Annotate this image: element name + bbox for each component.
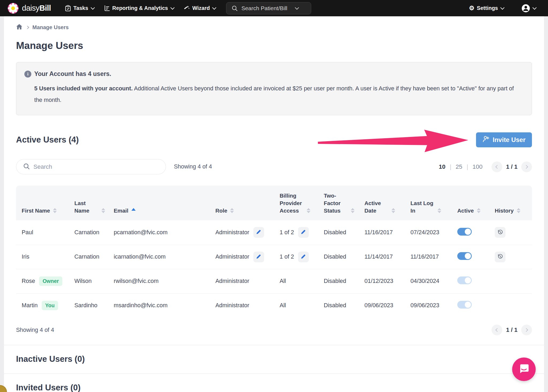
edit-role-button[interactable] (253, 227, 264, 238)
cell-history (495, 220, 532, 245)
person-plus-icon (482, 136, 490, 144)
breadcrumb: Manage Users (16, 16, 532, 31)
edit-billing-access-button[interactable] (298, 252, 309, 262)
column-header-billing-provider-access[interactable]: Billing Provider Access (280, 186, 324, 220)
top-navbar: daisyBill Tasks Reporting & Analytics (0, 0, 548, 16)
column-label: Active Date (364, 199, 389, 214)
page-size-25[interactable]: 25 (456, 163, 462, 170)
nav-item-tasks[interactable]: Tasks (65, 5, 93, 11)
column-header-role[interactable]: Role (215, 186, 280, 220)
invite-user-label: Invite User (493, 136, 526, 144)
history-button[interactable] (495, 252, 505, 262)
notice-body: 5 Users included with your account. Addi… (34, 83, 523, 106)
active-toggle[interactable] (457, 228, 472, 236)
pagination: 1 / 1 (492, 162, 532, 172)
pencil-icon (256, 229, 261, 236)
info-icon: i (24, 71, 31, 78)
column-label: Last Log In (410, 199, 435, 214)
cell-role: Administrator (215, 293, 280, 318)
chat-smile-icon (518, 363, 530, 376)
home-icon[interactable] (16, 24, 22, 31)
cell-active-date: 09/06/2023 (364, 293, 410, 318)
user-avatar-icon (522, 4, 530, 13)
cell-email: icarnation@fvic.com (114, 245, 215, 269)
table-row: IrisCarnationicarnation@fvic.comAdminist… (16, 245, 532, 269)
sort-icon (307, 208, 310, 214)
chart-icon (104, 5, 110, 11)
cell-history (495, 293, 532, 318)
cell-first-name: Paul (16, 220, 74, 245)
active-toggle[interactable] (457, 301, 472, 309)
page-size-selector: 10 | 25 | 100 (439, 163, 482, 170)
pencil-icon (300, 254, 306, 260)
cell-history (495, 245, 532, 269)
chat-widget-button[interactable] (512, 358, 536, 381)
cell-active (457, 269, 495, 293)
column-header-last-name[interactable]: Last Name (74, 186, 114, 220)
cell-two-factor-status: Disabled (324, 220, 364, 245)
cell-last-login: 04/30/2024 (410, 269, 457, 293)
patient-bill-search[interactable]: Search Patient/Bill (226, 2, 311, 14)
column-header-email[interactable]: Email (114, 186, 215, 220)
active-users-title: Active Users (4) (16, 135, 79, 145)
showing-count: Showing 4 of 4 (174, 163, 212, 170)
invite-user-button[interactable]: Invite User (476, 132, 532, 147)
search-placeholder-text: Search Patient/Bill (241, 5, 287, 11)
main-content: Manage Users Manage Users i Your Account… (4, 16, 544, 392)
cell-last-login: 11/16/2017 (410, 245, 457, 269)
cell-last-name: Carnation (74, 220, 114, 245)
invited-users-title: Invited Users (0) (16, 383, 532, 392)
sort-icon (391, 208, 395, 214)
sort-icon (53, 208, 57, 214)
users-search-input[interactable] (33, 163, 159, 170)
inactive-users-section[interactable]: Inactive Users (0) (16, 345, 532, 374)
active-users-table: First NameLast NameEmailRoleBilling Prov… (16, 186, 532, 318)
cell-two-factor-status: Disabled (324, 245, 364, 269)
column-header-active-date[interactable]: Active Date (364, 186, 410, 220)
cell-last-name: Wilson (74, 269, 114, 293)
column-header-active[interactable]: Active (457, 186, 495, 220)
account-menu[interactable] (522, 4, 535, 13)
sort-icon (477, 208, 481, 214)
column-header-first-name[interactable]: First Name (16, 186, 74, 220)
cell-email: pcarnation@fvic.com (114, 220, 215, 245)
column-header-two-factor-status[interactable]: Two-Factor Status (324, 186, 364, 220)
edit-role-button[interactable] (253, 252, 264, 262)
edit-billing-access-button[interactable] (298, 227, 309, 238)
column-header-last-log-in[interactable]: Last Log In (410, 186, 457, 220)
search-icon (232, 5, 238, 11)
nav-item-reporting-analytics[interactable]: Reporting & Analytics (104, 5, 173, 11)
brand-logo[interactable]: daisyBill (7, 3, 51, 14)
pencil-icon (256, 254, 261, 260)
cell-role: Administrator (215, 220, 280, 245)
page-size-10[interactable]: 10 (439, 163, 446, 170)
prev-page-button[interactable] (492, 162, 502, 172)
cell-history (495, 269, 532, 293)
next-page-button[interactable] (521, 325, 532, 335)
chevron-down-icon (212, 6, 216, 10)
nav-item-settings[interactable]: ⚙ Settings (469, 5, 503, 11)
sort-icon (437, 208, 441, 214)
sort-icon (230, 208, 234, 214)
prev-page-button[interactable] (492, 325, 502, 335)
cell-last-login: 07/24/2023 (410, 220, 457, 245)
cell-email: msardinho@fvic.com (114, 293, 215, 318)
history-clock-icon (497, 253, 503, 260)
cell-active-date: 01/12/2023 (364, 269, 410, 293)
column-header-history[interactable]: History (495, 186, 532, 220)
active-toggle[interactable] (457, 276, 472, 284)
breadcrumb-separator-icon (26, 26, 29, 29)
nav-item-wizard[interactable]: Wizard (184, 5, 215, 11)
table-header: First NameLast NameEmailRoleBilling Prov… (16, 186, 532, 220)
table-row: RoseOwnerWilsonrwilson@fvic.comAdministr… (16, 269, 532, 293)
column-label: Active (457, 207, 474, 214)
invited-users-section[interactable]: Invited Users (0) (16, 374, 532, 392)
next-page-button[interactable] (521, 162, 532, 172)
page-size-100[interactable]: 100 (473, 163, 483, 170)
nav-item-label: Wizard (192, 5, 210, 11)
cell-billing-provider-access: All (280, 269, 324, 293)
history-button[interactable] (495, 227, 505, 238)
account-users-notice: i Your Account has 4 users. 5 Users incl… (16, 62, 532, 115)
active-toggle[interactable] (457, 252, 472, 260)
chevron-down-icon (90, 6, 95, 10)
